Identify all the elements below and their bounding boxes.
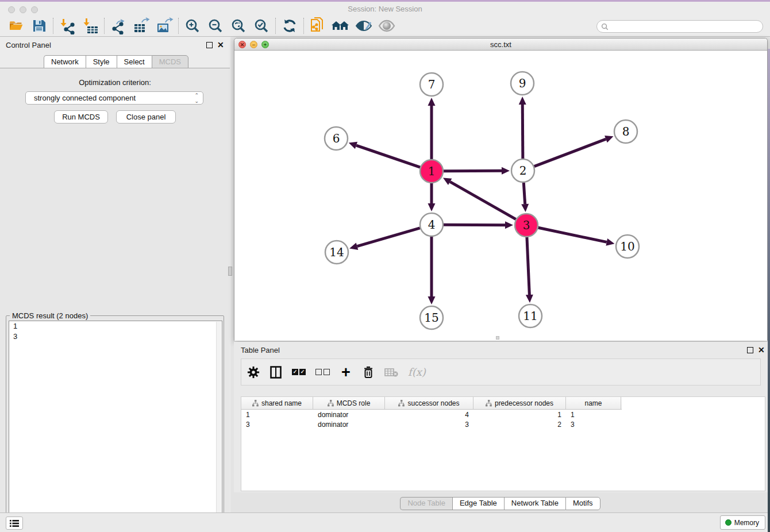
tab-network-table[interactable]: Network Table	[504, 497, 565, 510]
network-view-title: scc.txt	[490, 40, 511, 49]
delete-columns-button[interactable]	[362, 364, 375, 380]
zoom-out-button[interactable]	[204, 17, 227, 35]
zoom-fit-button[interactable]	[227, 17, 250, 35]
column-header-successor-nodes[interactable]: successor nodes	[385, 397, 473, 409]
cell-name[interactable]: 3	[566, 421, 621, 429]
cell-successor-nodes[interactable]: 3	[385, 421, 473, 429]
table-row[interactable]: 1 dominator 4 1 1	[241, 410, 622, 419]
tab-edge-table[interactable]: Edge Table	[452, 497, 504, 510]
graph-edge[interactable]	[357, 228, 420, 246]
new-network-from-file-button[interactable]	[306, 17, 329, 35]
view-resize-grip[interactable]	[496, 336, 499, 340]
workspace-region: ✕ − + scc.txt 7968124314101511 Table Pan…	[230, 37, 770, 512]
save-session-button[interactable]	[28, 17, 51, 35]
column-header-name[interactable]: name	[566, 397, 621, 409]
network-canvas-container[interactable]: 7968124314101511	[234, 51, 767, 341]
export-network-button[interactable]	[107, 17, 130, 35]
export-table-button[interactable]	[130, 17, 153, 35]
cell-predecessor-nodes[interactable]: 2	[473, 421, 566, 429]
hierarchy-icon	[486, 400, 492, 407]
show-columns-button[interactable]	[270, 364, 282, 380]
search-input[interactable]	[611, 22, 763, 30]
criterion-select[interactable]: strongly connected component ⌃⌄	[25, 91, 203, 105]
tab-node-table[interactable]: Node Table	[400, 497, 452, 510]
hide-graphics-details-button[interactable]	[352, 17, 375, 35]
result-item[interactable]: 3	[9, 331, 222, 342]
column-header-predecessor-nodes[interactable]: predecessor nodes	[473, 397, 566, 409]
close-window-button[interactable]	[8, 6, 15, 13]
float-panel-icon[interactable]	[206, 42, 213, 48]
birds-eye-view-button[interactable]	[375, 17, 398, 35]
toolbar-search[interactable]	[596, 20, 763, 33]
tab-select[interactable]: Select	[117, 55, 152, 69]
column-label: successor nodes	[407, 399, 459, 407]
minimize-view-button[interactable]: −	[250, 41, 257, 48]
open-session-button[interactable]	[5, 17, 28, 35]
graph-edge-arrow	[428, 203, 436, 211]
table-float-icon[interactable]	[747, 347, 753, 353]
cell-shared-name[interactable]: 3	[241, 421, 313, 429]
graph-edge[interactable]	[534, 139, 606, 166]
cell-name[interactable]: 1	[566, 411, 621, 419]
close-view-button[interactable]: ✕	[238, 41, 246, 48]
minimize-window-button[interactable]	[20, 6, 26, 13]
graph-edge-arrow	[349, 142, 357, 149]
result-scrollbar[interactable]	[216, 322, 221, 532]
cell-shared-name[interactable]: 1	[241, 411, 313, 419]
cell-mcds-role[interactable]: dominator	[313, 421, 385, 429]
graph-edge[interactable]	[444, 225, 505, 225]
result-item[interactable]: 1	[9, 321, 222, 331]
task-history-button[interactable]	[6, 516, 23, 530]
import-network-button[interactable]	[56, 17, 79, 35]
graph-node-label: 6	[333, 132, 340, 145]
column-header-mcds-role[interactable]: MCDS role	[313, 397, 385, 409]
cell-mcds-role[interactable]: dominator	[313, 411, 385, 419]
mcds-result-title: MCDS result (2 nodes)	[10, 311, 90, 320]
table-close-icon[interactable]: ✕	[758, 345, 765, 354]
network-graph[interactable]: 7968124314101511	[234, 51, 767, 341]
unselect-all-columns-button[interactable]	[315, 364, 330, 380]
graph-edge[interactable]	[356, 145, 420, 167]
node-table[interactable]: shared name MCDS role successor nodes pr…	[241, 396, 765, 491]
checked-box-icon: ✓	[292, 369, 298, 375]
memory-button[interactable]: Memory	[720, 515, 765, 530]
import-table-button[interactable]	[79, 17, 102, 35]
column-label: predecessor nodes	[495, 399, 553, 407]
tab-mcds[interactable]: MCDS	[152, 55, 188, 69]
cell-successor-nodes[interactable]: 4	[385, 411, 473, 419]
tab-style[interactable]: Style	[86, 55, 117, 69]
close-panel-icon[interactable]: ✕	[217, 40, 224, 49]
tab-network[interactable]: Network	[44, 55, 86, 69]
splitter-handle[interactable]	[228, 267, 232, 276]
select-all-columns-button[interactable]: ✓✓	[292, 364, 306, 380]
close-panel-button[interactable]: Close panel	[116, 110, 176, 124]
toolbar-separator	[303, 18, 304, 34]
cell-predecessor-nodes[interactable]: 1	[473, 411, 566, 419]
create-column-button[interactable]: +	[340, 364, 352, 380]
table-panel-title: Table Panel	[241, 346, 280, 354]
zoom-in-button[interactable]	[181, 17, 204, 35]
overview-eye-icon	[378, 18, 395, 33]
desktop-edge-top	[0, 0, 770, 2]
graph-edge[interactable]	[523, 183, 525, 204]
tab-motifs[interactable]: Motifs	[565, 497, 600, 510]
refresh-button[interactable]	[278, 17, 301, 35]
mcds-result-list[interactable]: 1 3	[9, 321, 222, 532]
graph-edge[interactable]	[538, 228, 607, 242]
zoom-selected-button[interactable]	[250, 17, 273, 35]
graph-edge[interactable]	[522, 105, 523, 159]
run-mcds-button[interactable]: Run MCDS	[54, 110, 108, 124]
graph-edge[interactable]	[527, 237, 529, 295]
trash-icon	[363, 365, 374, 379]
table-row[interactable]: 3 dominator 3 2 3	[241, 419, 622, 429]
zoom-in-icon	[184, 17, 201, 34]
export-image-button[interactable]	[153, 17, 176, 35]
home-button[interactable]	[329, 17, 352, 35]
maximize-view-button[interactable]: +	[261, 41, 269, 48]
column-header-shared-name[interactable]: shared name	[241, 397, 313, 409]
graph-edge[interactable]	[444, 171, 502, 171]
network-window-titlebar[interactable]: ✕ − + scc.txt	[234, 38, 767, 51]
table-settings-button[interactable]	[247, 364, 260, 380]
zoom-window-button[interactable]	[31, 6, 38, 13]
graph-edge[interactable]	[450, 182, 516, 219]
